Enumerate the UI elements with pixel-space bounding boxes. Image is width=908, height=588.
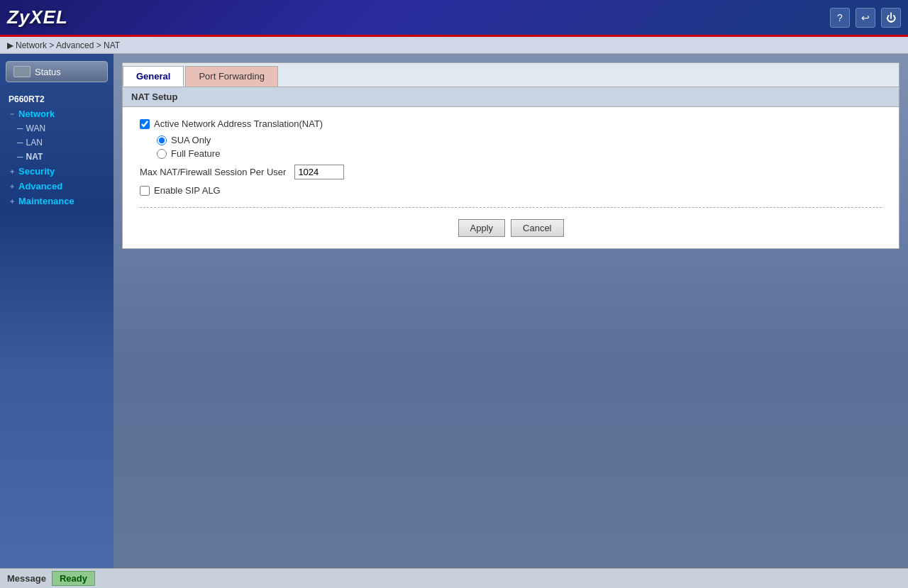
breadcrumb-arrow: ▶ [7,40,13,50]
sidebar-item-security[interactable]: ＋ Security [0,164,114,179]
sidebar-label-advanced: Advanced [18,181,62,192]
sip-alg-text: Enable SIP ALG [154,185,221,196]
sidebar-dash-nat: ─ [17,152,23,162]
status-icon [13,66,31,77]
sidebar-section: P660RT2 － Network ─ WAN ─ LAN ─ NAT ＋ Se… [0,91,114,210]
footer-message-label: Message [7,573,46,584]
full-feature-row: Full Feature [157,148,882,159]
nat-setup-header: NAT Setup [123,87,899,107]
sip-alg-label[interactable]: Enable SIP ALG [140,185,221,196]
plus-icon-maintenance: ＋ [9,196,16,206]
status-button[interactable]: Status [6,61,108,82]
sidebar: Status P660RT2 － Network ─ WAN ─ LAN ─ N… [0,54,114,568]
header: ZyXEL ? ↩ ⏻ [0,0,908,37]
sua-only-row: SUA Only [157,135,882,145]
device-label: P660RT2 [0,92,114,106]
content-area: General Port Forwarding NAT Setup Active… [114,54,908,568]
card: General Port Forwarding NAT Setup Active… [122,62,899,249]
logo: ZyXEL [7,6,68,28]
nat-setup-body: Active Network Address Translation(NAT) … [123,107,899,248]
help-icon[interactable]: ? [830,8,850,28]
radio-group: SUA Only Full Feature [157,135,882,159]
active-nat-checkbox[interactable] [140,119,150,129]
status-label: Status [35,67,61,77]
sua-only-radio[interactable] [157,135,167,145]
breadcrumb: ▶ Network > Advanced > NAT [0,37,908,54]
sip-alg-row: Enable SIP ALG [140,185,882,196]
sidebar-label-security: Security [18,166,55,177]
plus-icon-security: ＋ [9,167,16,177]
button-row: Apply Cancel [140,219,882,237]
sidebar-label-maintenance: Maintenance [18,196,74,206]
footer: Message Ready [0,568,908,588]
sip-alg-checkbox[interactable] [140,186,150,196]
sua-only-label[interactable]: SUA Only [171,135,211,145]
minus-icon: － [9,109,16,119]
sidebar-label-network: Network [18,109,55,119]
full-feature-label[interactable]: Full Feature [171,148,220,159]
header-icons: ? ↩ ⏻ [830,8,901,28]
plus-icon-advanced: ＋ [9,182,16,192]
sidebar-label-wan: WAN [26,123,46,133]
tab-general-label: General [136,71,170,82]
breadcrumb-text: Network > Advanced > NAT [16,40,120,50]
tab-general[interactable]: General [123,66,184,87]
active-nat-text: Active Network Address Translation(NAT) [154,118,323,129]
apply-button[interactable]: Apply [458,219,506,237]
max-session-row: Max NAT/Firewall Session Per User [140,165,882,179]
back-icon[interactable]: ↩ [856,8,875,28]
sidebar-item-maintenance[interactable]: ＋ Maintenance [0,194,114,209]
max-session-label: Max NAT/Firewall Session Per User [140,167,286,177]
sidebar-dash-wan: ─ [17,123,23,133]
cancel-button[interactable]: Cancel [511,219,563,237]
sidebar-label-lan: LAN [26,138,43,148]
tabs: General Port Forwarding [123,63,899,87]
nat-setup-title: NAT Setup [131,91,177,102]
sidebar-item-network[interactable]: － Network [0,106,114,121]
sidebar-item-nat[interactable]: ─ NAT [0,150,114,164]
footer-status: Ready [52,571,95,586]
divider [140,207,882,208]
main-layout: Status P660RT2 － Network ─ WAN ─ LAN ─ N… [0,54,908,568]
tab-port-forwarding[interactable]: Port Forwarding [185,66,277,87]
active-nat-row: Active Network Address Translation(NAT) [140,118,882,129]
power-icon[interactable]: ⏻ [881,8,901,28]
tab-port-forwarding-label: Port Forwarding [199,71,264,82]
active-nat-label[interactable]: Active Network Address Translation(NAT) [140,118,323,129]
sidebar-item-advanced[interactable]: ＋ Advanced [0,179,114,194]
sidebar-dash-lan: ─ [17,138,23,148]
sidebar-item-wan[interactable]: ─ WAN [0,121,114,135]
max-session-input[interactable] [294,165,344,179]
sidebar-label-nat: NAT [26,152,43,162]
logo-text: ZyXEL [7,6,68,28]
sidebar-item-lan[interactable]: ─ LAN [0,135,114,150]
full-feature-radio[interactable] [157,149,167,159]
